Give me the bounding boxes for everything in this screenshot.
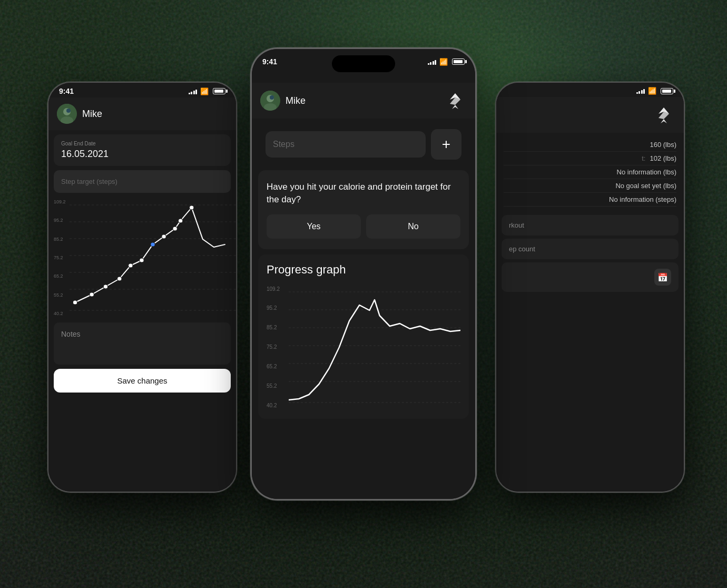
left-graph: 109.2 95.2 85.2 75.2 65.2 55.2 40.2 <box>48 197 236 318</box>
right-phone: 📶 160 (lbs) t: 102 <box>495 82 685 493</box>
right-phone-content: 📶 160 (lbs) t: 102 <box>496 83 684 492</box>
yes-no-row: Yes No <box>267 214 460 239</box>
stat-label-2: t: <box>642 154 645 162</box>
steps-row: Steps + <box>258 124 469 165</box>
svg-point-14 <box>73 300 77 305</box>
svg-point-24 <box>190 205 194 210</box>
svg-marker-41 <box>661 119 667 123</box>
signal-icon <box>189 89 198 94</box>
svg-point-18 <box>129 263 133 268</box>
stat-row-5: No information (steps) <box>504 193 676 207</box>
goal-section: Goal End Date 16.05.2021 <box>54 134 231 166</box>
right-status-icons: 📶 <box>636 87 674 95</box>
right-signal-icon <box>636 88 645 94</box>
center-graph: 109.2 95.2 85.2 75.2 65.2 55.2 40.2 <box>267 284 460 410</box>
center-phone: 9:41 📶 <box>250 47 477 501</box>
center-time: 9:41 <box>262 57 277 66</box>
steps-input[interactable]: Steps <box>266 131 426 158</box>
workout-label: rkout <box>509 221 524 229</box>
wifi-icon: 📶 <box>200 87 209 95</box>
svg-point-17 <box>117 277 122 281</box>
svg-point-22 <box>173 227 177 231</box>
calendar-icon[interactable]: 📅 <box>654 269 671 286</box>
center-user-name: Mike <box>286 95 306 106</box>
svg-point-15 <box>90 292 94 297</box>
svg-point-20 <box>151 242 155 247</box>
right-status-bar: 📶 <box>496 83 684 97</box>
dynamic-island <box>332 55 395 72</box>
steps-add-button[interactable]: + <box>431 129 461 160</box>
center-battery-icon <box>452 58 465 65</box>
left-status-bar: 9:41 📶 <box>48 83 236 97</box>
stats-section: 160 (lbs) t: 102 (lbs) No information (l… <box>496 133 684 212</box>
stat-row-3: No information (lbs) <box>504 165 676 179</box>
center-graph-labels: 109.2 95.2 85.2 75.2 65.2 55.2 40.2 <box>267 284 287 410</box>
center-signal-icon <box>428 59 437 65</box>
goal-label: Goal End Date <box>61 141 223 146</box>
notes-section[interactable]: Notes <box>54 322 231 365</box>
right-app-logo <box>652 103 675 126</box>
step-count-row[interactable]: ep count <box>502 239 679 259</box>
left-phone: 9:41 📶 <box>47 82 237 493</box>
left-status-icons: 📶 <box>189 87 226 95</box>
right-app-header <box>496 97 684 133</box>
workout-row[interactable]: rkout <box>502 215 679 236</box>
battery-icon <box>213 88 225 94</box>
left-user-name: Mike <box>82 109 102 120</box>
left-graph-svg-container <box>70 197 236 318</box>
stat-value-2: 102 (lbs) <box>650 154 676 162</box>
svg-point-16 <box>103 285 107 289</box>
center-user-info: Mike <box>260 91 306 111</box>
yes-button[interactable]: Yes <box>267 214 361 239</box>
question-text: Have you hit your calorie and protein ta… <box>267 181 460 206</box>
center-app-header: Mike <box>252 83 475 119</box>
stat-row-4: No goal set yet (lbs) <box>504 179 676 193</box>
stat-value-5: No information (steps) <box>609 195 676 203</box>
right-battery-icon <box>661 88 673 94</box>
stat-value-4: No goal set yet (lbs) <box>615 182 676 190</box>
svg-point-21 <box>162 234 166 239</box>
save-button[interactable]: Save changes <box>54 369 231 393</box>
left-user-info: Mike <box>57 104 102 124</box>
stat-row-1: 160 (lbs) <box>504 138 676 152</box>
center-avatar <box>260 91 280 111</box>
svg-point-28 <box>270 95 274 100</box>
center-app-logo <box>444 89 467 112</box>
left-graph-labels: 109.2 95.2 85.2 75.2 65.2 55.2 40.2 <box>54 197 66 318</box>
phones-container: 9:41 📶 <box>0 0 727 588</box>
progress-graph-title: Progress graph <box>267 263 460 277</box>
goal-date: 16.05.2021 <box>61 149 223 160</box>
calendar-row[interactable]: 📅 <box>502 262 679 292</box>
center-graph-svg-container <box>289 284 460 410</box>
left-app-header: Mike <box>48 97 236 130</box>
stat-value-3: No information (lbs) <box>617 168 676 176</box>
svg-marker-31 <box>452 105 458 109</box>
left-time: 9:41 <box>59 87 74 95</box>
step-count-label: ep count <box>509 245 535 253</box>
notes-label: Notes <box>61 330 81 338</box>
svg-point-23 <box>178 219 182 223</box>
no-button[interactable]: No <box>366 214 460 239</box>
left-avatar <box>57 104 77 124</box>
step-target-field[interactable]: Step target (steps) <box>54 170 231 193</box>
center-phone-content: 9:41 📶 <box>252 49 475 499</box>
stat-row-2: t: 102 (lbs) <box>504 152 676 165</box>
svg-point-19 <box>140 258 144 262</box>
center-wifi-icon: 📶 <box>439 58 448 66</box>
left-phone-content: 9:41 📶 <box>48 83 236 492</box>
question-card: Have you hit your calorie and protein ta… <box>258 170 469 249</box>
progress-section: Progress graph 109.2 95.2 85.2 75.2 65.2… <box>258 254 469 419</box>
svg-point-6 <box>66 109 71 113</box>
right-wifi-icon: 📶 <box>648 87 656 95</box>
stat-value-1: 160 (lbs) <box>650 141 676 149</box>
center-status-icons: 📶 <box>428 58 465 66</box>
